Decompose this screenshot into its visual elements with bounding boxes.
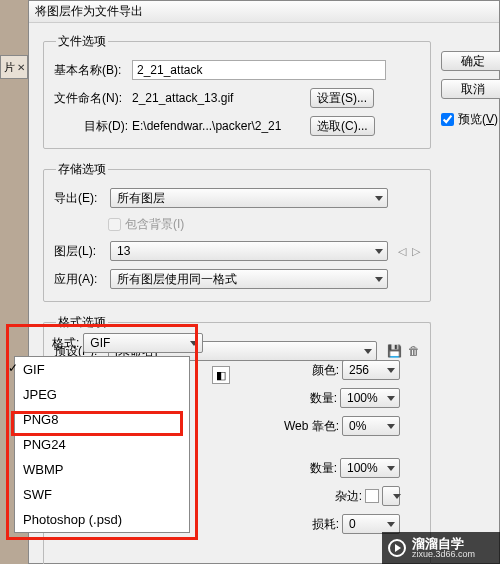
close-icon[interactable]: ✕: [17, 62, 25, 73]
check-icon: ✓: [8, 361, 18, 375]
format-option-png8[interactable]: PNG8: [15, 407, 189, 432]
format-label: 格式:: [52, 335, 79, 352]
chevron-down-icon: [375, 196, 383, 201]
preview-checkbox[interactable]: 预览(V): [441, 111, 500, 128]
chevron-down-icon: [375, 249, 383, 254]
play-icon: [388, 539, 406, 557]
titlebar: 将图层作为文件导出: [29, 1, 499, 23]
layer-label: 图层(L):: [54, 243, 106, 260]
file-naming-value: 2_21_attack_13.gif: [132, 91, 306, 105]
chevron-down-icon: [190, 341, 198, 346]
palette-icon[interactable]: ◧: [212, 366, 230, 384]
format-option-jpeg[interactable]: JPEG: [15, 382, 189, 407]
websnap-label: Web 靠色:: [284, 418, 339, 435]
file-options-group: 文件选项 基本名称(B): 文件命名(N): 2_21_attack_13.gi…: [43, 33, 431, 149]
export-label: 导出(E):: [54, 190, 106, 207]
settings-button[interactable]: 设置(S)...: [310, 88, 374, 108]
qty2-label: 数量:: [310, 460, 337, 477]
format-option-wbmp[interactable]: WBMP: [15, 457, 189, 482]
next-icon[interactable]: ▷: [412, 245, 420, 258]
misc-label: 杂边:: [335, 488, 362, 505]
side-tab[interactable]: 片 ✕: [0, 55, 28, 79]
colors-select[interactable]: 256: [342, 360, 400, 380]
format-options-legend: 格式选项: [56, 314, 108, 331]
colors-label: 颜色:: [312, 362, 339, 379]
chevron-down-icon: [364, 349, 372, 354]
format-option-swf[interactable]: SWF: [15, 482, 189, 507]
format-option-gif[interactable]: GIF: [15, 357, 189, 382]
qty2-select[interactable]: 100%: [340, 458, 400, 478]
cancel-button[interactable]: 取消: [441, 79, 500, 99]
file-options-legend: 文件选项: [56, 33, 108, 50]
choose-button[interactable]: 选取(C)...: [310, 116, 375, 136]
format-option-png24[interactable]: PNG24: [15, 432, 189, 457]
format-dropdown[interactable]: GIF JPEG PNG8 PNG24 WBMP SWF Photoshop (…: [14, 356, 190, 533]
prev-icon[interactable]: ◁: [398, 245, 406, 258]
save-preset-icon[interactable]: 💾: [387, 344, 402, 358]
watermark: 溜溜自学 zixue.3d66.com: [382, 532, 500, 564]
apply-select[interactable]: 所有图层使用同一格式: [110, 269, 388, 289]
format-option-psd[interactable]: Photoshop (.psd): [15, 507, 189, 532]
save-options-legend: 存储选项: [56, 161, 108, 178]
ok-button[interactable]: 确定: [441, 51, 500, 71]
misc-swatch[interactable]: [365, 489, 379, 503]
misc-select[interactable]: [382, 486, 400, 506]
export-select[interactable]: 所有图层: [110, 188, 388, 208]
file-naming-label: 文件命名(N):: [54, 90, 128, 107]
include-bg-checkbox: 包含背景(I): [108, 216, 184, 233]
delete-preset-icon[interactable]: 🗑: [408, 344, 420, 358]
format-select[interactable]: GIF: [83, 333, 203, 353]
side-tab-label: 片: [4, 60, 15, 75]
target-label: 目标(D):: [54, 118, 128, 135]
apply-label: 应用(A):: [54, 271, 106, 288]
qty-label: 数量:: [310, 390, 337, 407]
loss-label: 损耗:: [312, 516, 339, 533]
chevron-down-icon: [375, 277, 383, 282]
loss-select[interactable]: 0: [342, 514, 400, 534]
base-name-label: 基本名称(B):: [54, 62, 128, 79]
save-options-group: 存储选项 导出(E): 所有图层 包含背景(I) 图层(L):: [43, 161, 431, 302]
window-title: 将图层作为文件导出: [35, 3, 143, 20]
layer-select[interactable]: 13: [110, 241, 388, 261]
base-name-input[interactable]: [132, 60, 386, 80]
qty-select[interactable]: 100%: [340, 388, 400, 408]
websnap-select[interactable]: 0%: [342, 416, 400, 436]
target-value: E:\defendwar...\packer\2_21: [132, 119, 306, 133]
